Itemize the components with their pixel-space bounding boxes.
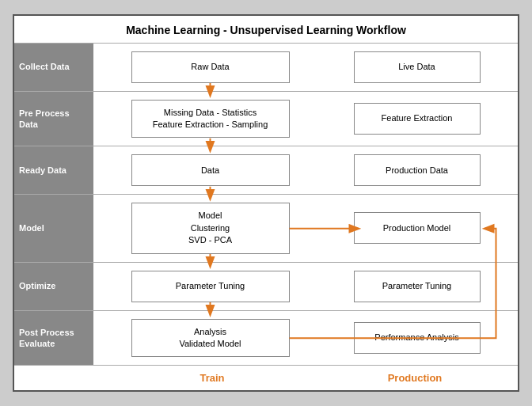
footer-content: Train Production bbox=[93, 366, 518, 390]
box-production-data: Production Data bbox=[354, 154, 481, 186]
row-pre-process: Pre Process Data Missing Data - Statisti… bbox=[14, 92, 518, 147]
row-ready-data: Ready Data Data Production Data bbox=[14, 146, 518, 195]
label-ready-data: Ready Data bbox=[14, 146, 93, 194]
box-missing-data: Missing Data - StatisticsFeature Extract… bbox=[131, 100, 290, 138]
content-ready-data: Data Production Data bbox=[93, 146, 518, 194]
box-raw-data: Raw Data bbox=[131, 51, 290, 83]
box-param-tuning-production: Parameter Tuning bbox=[354, 271, 481, 302]
content-optimize: Parameter Tuning Parameter Tuning bbox=[93, 263, 518, 310]
label-pre-process: Pre Process Data bbox=[14, 92, 93, 146]
box-live-data: Live Data bbox=[354, 51, 481, 83]
label-model: Model bbox=[14, 195, 93, 261]
label-collect-data: Collect Data bbox=[14, 44, 93, 91]
row-model: Model ModelClusteringSVD - PCA Productio… bbox=[14, 195, 518, 262]
row-post-process: Post ProcessEvaluate AnalysisValidated M… bbox=[14, 311, 518, 366]
box-performance-analysis: Performance Analysis bbox=[354, 322, 481, 354]
footer-train-label: Train bbox=[133, 372, 291, 384]
content-pre-process: Missing Data - StatisticsFeature Extract… bbox=[93, 92, 518, 146]
row-collect-data: Collect Data Raw Data Live Data bbox=[14, 44, 518, 92]
label-post-process: Post ProcessEvaluate bbox=[14, 311, 93, 366]
row-optimize: Optimize Parameter Tuning Parameter Tuni… bbox=[14, 263, 518, 311]
content-collect-data: Raw Data Live Data bbox=[93, 44, 518, 91]
box-model-clustering: ModelClusteringSVD - PCA bbox=[131, 203, 290, 253]
diagram-container: Machine Learning - Unsupervised Learning… bbox=[13, 14, 519, 393]
box-feature-extraction: Feature Extraction bbox=[354, 103, 481, 135]
footer-production-label: Production bbox=[352, 372, 478, 384]
rows-wrapper: Collect Data Raw Data Live Data Pre Proc… bbox=[14, 44, 518, 366]
footer-spacer bbox=[14, 366, 93, 390]
footer-row: Train Production bbox=[14, 366, 518, 390]
box-data: Data bbox=[131, 154, 290, 186]
label-optimize: Optimize bbox=[14, 263, 93, 310]
diagram-title: Machine Learning - Unsupervised Learning… bbox=[14, 16, 518, 44]
content-post-process: AnalysisValidated Model Performance Anal… bbox=[93, 311, 518, 366]
content-model: ModelClusteringSVD - PCA Production Mode… bbox=[93, 195, 518, 261]
box-param-tuning-train: Parameter Tuning bbox=[131, 271, 290, 302]
box-analysis-validated: AnalysisValidated Model bbox=[131, 319, 290, 358]
box-production-model: Production Model bbox=[354, 212, 481, 244]
